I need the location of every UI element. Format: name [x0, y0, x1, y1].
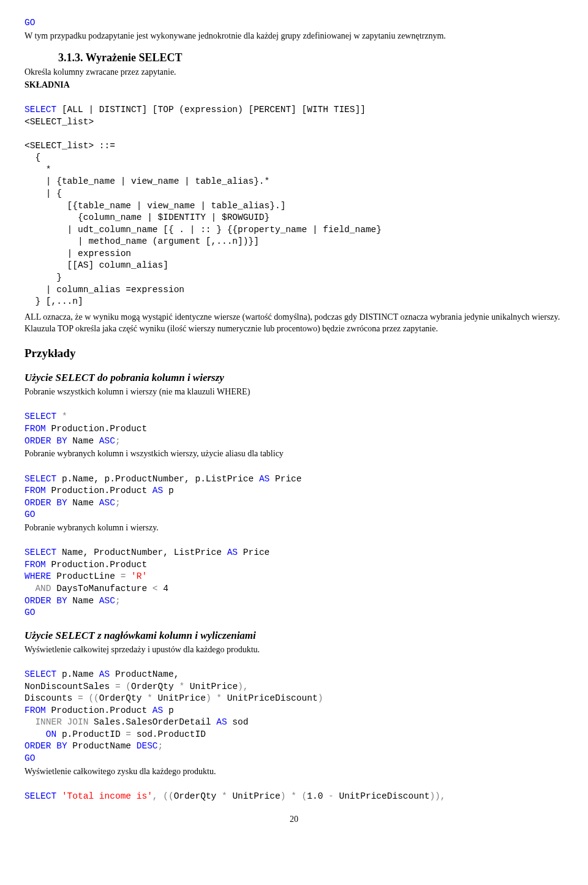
skladnia-label: SKŁADNIA [24, 80, 564, 91]
syntax-text: {column_name | $IDENTITY | $ROWGUID} [24, 213, 270, 222]
example1-code1: SELECT * FROM Production.Product ORDER B… [24, 399, 564, 447]
op-star: * [147, 693, 153, 703]
kw-desc: DESC [137, 741, 158, 751]
ident: UnitPrice [184, 682, 238, 691]
kw-orderby: ORDER BY [24, 498, 67, 508]
ident: DaysToManufacture [51, 584, 153, 593]
example1-heading: Użycie SELECT do pobrania kolumn i wiers… [24, 371, 564, 385]
kw-from: FROM [24, 424, 46, 434]
paren: )), [429, 791, 445, 801]
op-semi: ; [115, 498, 121, 508]
kw-from: FROM [24, 706, 46, 715]
kw-on: ON [24, 729, 56, 739]
paren: ( [126, 682, 131, 691]
syntax-text: <SELECT_list> [24, 117, 94, 127]
op-comma: , [153, 791, 158, 801]
syntax-text: | expression [24, 249, 131, 258]
ident: Price [238, 548, 270, 557]
ident: Production.Product [46, 424, 147, 434]
all-distinct-desc: ALL oznacza, że w wyniku mogą wystąpić i… [24, 312, 564, 335]
ident: Production.Product [46, 560, 147, 570]
syntax-text: } [,...n] [24, 296, 83, 306]
kw-go: GO [24, 510, 35, 519]
kw-innerjoin: INNER JOIN [24, 717, 88, 727]
ident: Price [270, 474, 301, 484]
ident: sod.ProductID [131, 729, 206, 739]
kw-where: WHERE [24, 571, 51, 581]
ident: Production.Product [46, 486, 153, 495]
kw-as: AS [259, 474, 270, 484]
op-semi: ; [158, 741, 164, 751]
ident: Name [67, 596, 99, 606]
kw-go: GO [24, 608, 35, 617]
kw-as: AS [153, 706, 163, 715]
ident: p.Name [56, 669, 99, 679]
example1-code2: SELECT p.Name, p.ProductNumber, p.ListPr… [24, 461, 564, 521]
ident: ProductName, [110, 669, 179, 679]
example2-code2: SELECT 'Total income is', ((OrderQty * U… [24, 778, 564, 802]
kw-from: FROM [24, 486, 46, 495]
kw-from: FROM [24, 560, 46, 570]
op-eq: = [115, 682, 121, 691]
syntax-text: | { [24, 189, 62, 198]
example1-p1: Pobranie wszystkich kolumn i wierszy (ni… [24, 386, 564, 398]
kw-select: SELECT [24, 791, 56, 801]
example1-p3: Pobranie wybranych kolumn i wierszy. [24, 522, 564, 534]
op-star: * [179, 682, 184, 691]
op-semi: ; [115, 436, 121, 446]
ident: Name, ProductNumber, ListPrice [56, 548, 227, 557]
syntax-text: | {table_name | view_name | table_alias}… [24, 176, 270, 186]
paren: ( [302, 791, 307, 801]
syntax-text: [[AS] column_alias] [24, 260, 168, 270]
kw-and: AND [24, 584, 51, 593]
op-eq: = [126, 729, 131, 739]
section-desc: Określa kolumny zwracane przez zapytanie… [24, 67, 564, 78]
op-lt: < [153, 584, 158, 593]
syntax-text: | column_alias =expression [24, 285, 184, 295]
kw-orderby: ORDER BY [24, 596, 67, 606]
paren: ), [238, 682, 248, 691]
sp [158, 791, 164, 801]
ident: Discounts [24, 693, 78, 703]
ident: NonDiscountSales [24, 682, 115, 691]
ident: p.Name, p.ProductNumber, p.ListPrice [56, 474, 259, 484]
string-lit: 'R' [131, 571, 147, 581]
page-number: 20 [24, 814, 564, 826]
ident: ProductName [67, 741, 137, 751]
syntax-text: <SELECT_list> ::= [24, 141, 115, 151]
paren: ) [206, 693, 211, 703]
op-star: * [291, 791, 296, 801]
kw-asc: ASC [99, 596, 115, 606]
op-semi: ; [115, 596, 121, 606]
syntax-text: [{table_name | view_name | table_alias}.… [24, 201, 285, 211]
kw-orderby: ORDER BY [24, 741, 67, 751]
sp [296, 791, 302, 801]
example2-p2: Wyświetlenie całkowitego zysku dla każde… [24, 766, 564, 778]
op-star: * [56, 412, 67, 421]
kw-select: SELECT [24, 412, 56, 421]
example2-heading: Użycie SELECT z nagłówkami kolumn i wyli… [24, 629, 564, 643]
kw-as: AS [216, 717, 227, 727]
keyword-go: GO [24, 18, 35, 28]
op-star: * [222, 791, 227, 801]
kw-select: SELECT [24, 548, 56, 557]
kw-asc: ASC [99, 436, 115, 446]
num-lit: 4 [158, 584, 168, 593]
ident: p [163, 706, 173, 715]
syntax-text: [ALL | DISTINCT] [TOP (expression) [PERC… [56, 105, 366, 115]
ident: OrderQty [131, 682, 179, 691]
paren: (( [88, 693, 99, 703]
num-lit: 1.0 [307, 791, 328, 801]
section-heading-313: 3.1.3. Wyrażenie SELECT [58, 50, 564, 65]
syntax-text: * [24, 165, 51, 175]
kw-asc: ASC [99, 498, 115, 508]
ident: ProductLine [51, 571, 121, 581]
kw-orderby: ORDER BY [24, 436, 67, 446]
sp [56, 791, 62, 801]
intro-paragraph: W tym przypadku podzapytanie jest wykony… [24, 31, 564, 42]
kw-select: SELECT [24, 474, 56, 484]
paren: ) [318, 693, 323, 703]
syntax-text: { [24, 153, 40, 162]
syntax-block: SELECT [ALL | DISTINCT] [TOP (expression… [24, 92, 564, 308]
sp [211, 693, 217, 703]
